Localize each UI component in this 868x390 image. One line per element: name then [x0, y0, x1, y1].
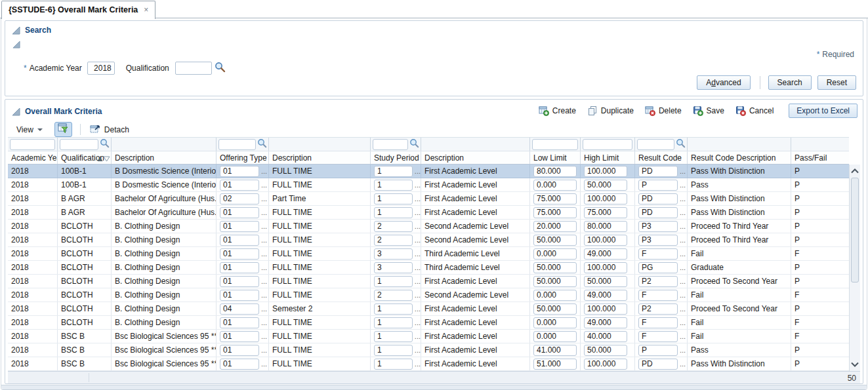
table-row[interactable]: 2018100B-1B Dosmestic Science (Interior)… — [8, 178, 849, 192]
cell-input-low_limit[interactable]: 0.000 — [533, 331, 577, 342]
cell-input-high_limit[interactable]: 100.000 — [584, 193, 627, 205]
cell-input-high_limit[interactable]: 49.000 — [584, 290, 627, 301]
vertical-scrollbar[interactable] — [849, 165, 860, 371]
lov-button[interactable]: ... — [261, 346, 267, 354]
cell-input-study_period[interactable]: 1 — [374, 303, 413, 315]
lov-button[interactable]: ... — [261, 291, 267, 299]
cell-input-study_period[interactable]: 1 — [374, 359, 413, 370]
lov-button[interactable]: ... — [415, 208, 421, 216]
cell-input-low_limit[interactable]: 50.000 — [533, 262, 577, 273]
duplicate-button[interactable]: Duplicate — [587, 106, 634, 116]
cell-input-study_period[interactable]: 1 — [374, 180, 413, 191]
lov-button[interactable]: ... — [680, 222, 686, 230]
lov-button[interactable]: ... — [680, 250, 686, 258]
cell-input-study_period[interactable]: 1 — [374, 166, 413, 177]
cell-input-result_code[interactable]: PG — [638, 262, 678, 273]
cell-input-study_period[interactable]: 2 — [374, 235, 413, 246]
lov-button[interactable]: ... — [261, 277, 267, 285]
cell-input-high_limit[interactable]: 100.000 — [584, 359, 627, 370]
lov-button[interactable]: ... — [680, 167, 686, 175]
academic-year-input[interactable] — [87, 62, 115, 75]
tab-overall-mark-criteria[interactable]: {SSTUDE-6} Overall Mark Criteria × — [1, 1, 155, 19]
qualification-search-icon[interactable] — [215, 62, 226, 75]
cell-input-low_limit[interactable]: 51.000 — [533, 359, 577, 370]
column-header-result_code_description[interactable]: Result Code Description — [688, 151, 791, 164]
cell-input-result_code[interactable]: PD — [638, 359, 678, 370]
cell-input-low_limit[interactable]: 50.000 — [533, 235, 577, 246]
lov-button[interactable]: ... — [680, 305, 686, 313]
filter-input-result_code[interactable] — [637, 139, 674, 150]
lov-button[interactable]: ... — [261, 181, 267, 189]
cell-input-high_limit[interactable]: 50.000 — [584, 345, 627, 356]
lov-button[interactable]: ... — [415, 181, 421, 189]
cell-input-offering_type[interactable]: 01 — [220, 207, 259, 218]
scroll-down-icon[interactable] — [850, 359, 860, 370]
cell-input-low_limit[interactable]: 75.000 — [533, 207, 577, 218]
cell-input-high_limit[interactable]: 100.000 — [584, 262, 627, 273]
cell-input-offering_type[interactable]: 01 — [220, 166, 259, 177]
create-button[interactable]: Create — [539, 106, 576, 116]
filter-input-high_limit[interactable] — [583, 139, 632, 150]
lov-button[interactable]: ... — [415, 346, 421, 354]
table-row[interactable]: 2018BCLOTHB. Clothing Design01...FULL TI… — [8, 288, 849, 302]
lov-button[interactable]: ... — [261, 208, 267, 216]
cell-input-low_limit[interactable]: 41.000 — [533, 345, 577, 356]
table-row[interactable]: 2018BCLOTHB. Clothing Design01...FULL TI… — [8, 275, 849, 288]
cell-input-offering_type[interactable]: 02 — [220, 193, 259, 205]
column-header-low_limit[interactable]: Low Limit — [530, 151, 581, 164]
cell-input-offering_type[interactable]: 01 — [220, 221, 259, 232]
cell-input-study_period[interactable]: 1 — [374, 345, 413, 356]
cell-input-study_period[interactable]: 1 — [374, 276, 413, 287]
lov-button[interactable]: ... — [261, 167, 267, 175]
column-header-result_code[interactable]: Result Code — [635, 151, 688, 164]
cell-input-high_limit[interactable]: 49.000 — [584, 317, 627, 328]
tab-close-icon[interactable]: × — [144, 6, 148, 14]
cell-input-offering_type[interactable]: 01 — [220, 180, 259, 191]
cell-input-result_code[interactable]: P2 — [638, 276, 678, 287]
lov-button[interactable]: ... — [680, 360, 686, 368]
search-button[interactable]: Search — [768, 75, 812, 90]
column-header-pass_fail[interactable]: Pass/Fail — [791, 151, 849, 164]
lov-button[interactable]: ... — [415, 263, 421, 271]
cell-input-low_limit[interactable]: 0.000 — [533, 248, 577, 260]
lov-button[interactable]: ... — [415, 236, 421, 244]
column-header-high_limit[interactable]: High Limit — [581, 151, 635, 164]
search-icon[interactable] — [409, 138, 419, 150]
cell-input-low_limit[interactable]: 0.000 — [533, 317, 577, 328]
sub-disclosure-triangle-icon[interactable] — [12, 41, 21, 49]
lov-button[interactable]: ... — [261, 332, 267, 340]
column-header-offering_description[interactable]: Description — [269, 151, 371, 164]
table-row[interactable]: 2018BCLOTHB. Clothing Design01...FULL TI… — [8, 247, 849, 261]
column-header-offering_type[interactable]: Offering Type — [217, 151, 269, 164]
cell-input-result_code[interactable]: P — [638, 345, 678, 356]
lov-button[interactable]: ... — [680, 181, 686, 189]
cell-input-study_period[interactable]: 3 — [374, 248, 413, 260]
lov-button[interactable]: ... — [680, 319, 686, 326]
cell-input-offering_type[interactable]: 01 — [220, 262, 259, 273]
lov-button[interactable]: ... — [415, 277, 421, 285]
lov-button[interactable]: ... — [261, 195, 267, 203]
cell-input-offering_type[interactable]: 01 — [220, 359, 259, 370]
cell-input-offering_type[interactable]: 01 — [220, 317, 259, 328]
cell-input-result_code[interactable]: P3 — [638, 235, 678, 246]
filter-input-qualification[interactable] — [60, 139, 98, 150]
filter-input-academic_year[interactable] — [10, 139, 55, 150]
lov-button[interactable]: ... — [415, 332, 421, 340]
lov-button[interactable]: ... — [680, 332, 686, 340]
search-icon[interactable] — [676, 138, 686, 150]
column-header-qualification_description[interactable]: Description — [112, 151, 217, 164]
cell-input-result_code[interactable]: F — [638, 290, 678, 301]
filter-input-offering_type[interactable] — [218, 139, 256, 150]
cell-input-result_code[interactable]: P — [638, 180, 678, 191]
lov-button[interactable]: ... — [261, 250, 267, 258]
cell-input-result_code[interactable]: PD — [638, 166, 678, 177]
cell-input-offering_type[interactable]: 01 — [220, 331, 259, 342]
cell-input-offering_type[interactable]: 01 — [220, 248, 259, 260]
lov-button[interactable]: ... — [415, 319, 421, 326]
view-menu-button[interactable]: View — [14, 123, 45, 136]
cell-input-high_limit[interactable]: 40.000 — [584, 331, 627, 342]
disclosure-triangle-icon[interactable] — [12, 107, 20, 116]
export-to-excel-button[interactable]: Export to Excel — [789, 104, 858, 118]
filter-input-low_limit[interactable] — [532, 139, 578, 150]
column-header-study_period_description[interactable]: Description — [421, 151, 530, 164]
